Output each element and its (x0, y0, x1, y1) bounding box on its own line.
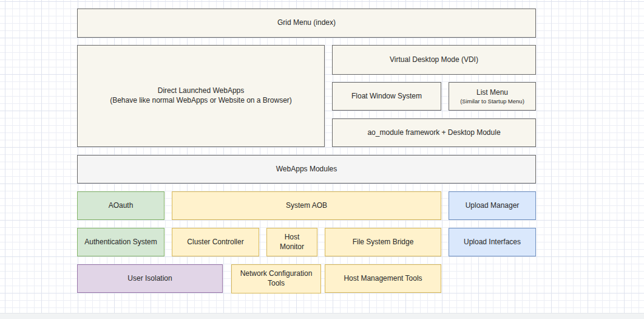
box-label: WebApps Modules (276, 165, 337, 174)
box-grid-menu[interactable]: Grid Menu (index) (77, 9, 536, 38)
box-webapps-modules[interactable]: WebApps Modules (77, 155, 536, 184)
box-label: Cluster Controller (187, 238, 243, 247)
box-system-aob[interactable]: System AOB (172, 191, 441, 220)
box-label: Host Monitor (272, 233, 312, 252)
horizontal-scrollbar[interactable] (0, 313, 644, 319)
box-label-line1: Direct Launched WebApps (158, 86, 245, 96)
box-label: Host Management Tools (344, 274, 422, 284)
box-label: Grid Menu (index) (277, 18, 336, 28)
box-label: ao_module framework + Desktop Module (367, 128, 500, 138)
diagram-canvas: Grid Menu (index) Direct Launched WebApp… (0, 0, 644, 319)
box-host-management-tools[interactable]: Host Management Tools (325, 264, 441, 293)
box-label: List Menu (476, 88, 508, 98)
box-label: AOauth (109, 201, 134, 211)
box-host-monitor[interactable]: Host Monitor (266, 228, 317, 256)
box-sublabel: (Similar to Startup Menu) (460, 98, 524, 105)
box-label: Upload Interfaces (464, 238, 521, 247)
box-list-menu[interactable]: List Menu (Similar to Startup Menu) (449, 82, 536, 111)
box-virtual-desktop-mode[interactable]: Virtual Desktop Mode (VDI) (332, 45, 536, 75)
box-file-system-bridge[interactable]: File System Bridge (325, 228, 441, 256)
box-label: System AOB (286, 201, 327, 211)
box-network-configuration-tools[interactable]: Network Configuration Tools (231, 264, 321, 293)
box-label: Float Window System (351, 92, 422, 101)
box-cluster-controller[interactable]: Cluster Controller (172, 228, 259, 256)
box-label: User Isolation (127, 274, 172, 284)
box-authentication-system[interactable]: Authentication System (77, 228, 164, 256)
box-upload-interfaces[interactable]: Upload Interfaces (449, 228, 536, 256)
box-label: File System Bridge (353, 238, 414, 247)
box-aoauth[interactable]: AOauth (77, 191, 164, 220)
box-label: Network Configuration Tools (237, 269, 316, 288)
box-user-isolation[interactable]: User Isolation (77, 264, 223, 293)
box-label: Upload Manager (466, 201, 520, 211)
box-direct-launched-webapps[interactable]: Direct Launched WebApps (Behave like nor… (77, 45, 325, 147)
box-upload-manager[interactable]: Upload Manager (449, 191, 536, 220)
box-label-line2: (Behave like normal WebApps or Website o… (110, 96, 292, 106)
box-label: Virtual Desktop Mode (VDI) (390, 55, 478, 65)
box-float-window-system[interactable]: Float Window System (332, 82, 441, 111)
box-label: Authentication System (84, 238, 157, 247)
box-ao-module-framework[interactable]: ao_module framework + Desktop Module (332, 118, 536, 147)
